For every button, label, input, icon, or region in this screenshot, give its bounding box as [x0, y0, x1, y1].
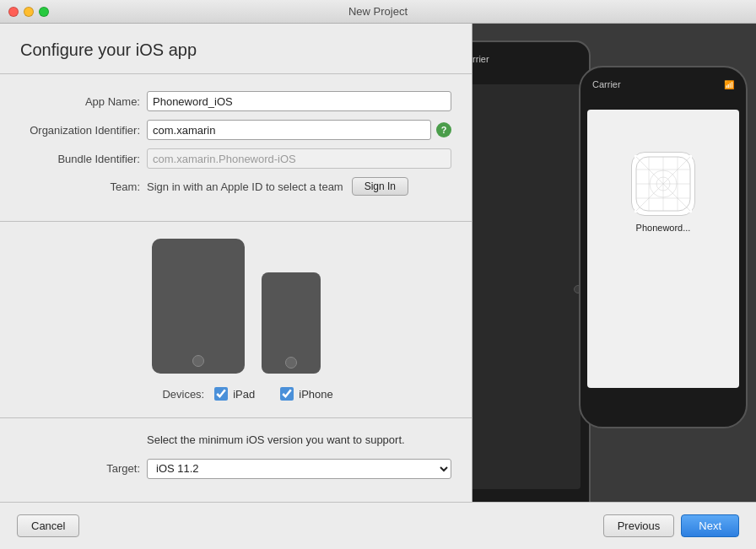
app-name-input[interactable]: [147, 91, 451, 111]
bundle-id-input: [147, 148, 451, 169]
app-label: Phoneword...: [636, 223, 691, 233]
device-previews: [152, 239, 321, 374]
next-button[interactable]: Next: [681, 514, 739, 537]
bottom-bar: Cancel Previous Next: [0, 502, 756, 549]
panel-title: Configure your iOS app: [20, 40, 451, 60]
devices-label: Devices:: [138, 388, 214, 401]
help-icon[interactable]: ?: [436, 122, 451, 137]
iphone-home-button: [285, 357, 297, 369]
org-id-label: Organization Identifier:: [20, 124, 147, 137]
iphone-screen: Phoneword...: [587, 110, 739, 388]
left-panel: Configure your iOS app App Name: Organiz…: [0, 24, 472, 502]
iphone-label: iPhone: [299, 388, 332, 401]
team-content: Sign in with an Apple ID to select a tea…: [147, 177, 408, 196]
devices-row: Devices: iPad iPhone: [138, 387, 333, 401]
form-area: App Name: Organization Identifier: ? Bun…: [0, 74, 472, 222]
org-id-input[interactable]: [147, 120, 431, 140]
bundle-id-label: Bundle Identifier:: [20, 153, 147, 165]
device-area: Devices: iPad iPhone: [0, 222, 472, 418]
window-controls: [8, 7, 49, 17]
ipad-carrier-label: Carrier: [472, 54, 489, 64]
app-name-label: App Name:: [20, 95, 147, 108]
wifi-icon: 📶: [724, 80, 734, 89]
app-name-row: App Name:: [20, 91, 451, 111]
minimize-button[interactable]: [24, 7, 34, 17]
app-icon-container: Phoneword...: [631, 152, 695, 233]
ipad-checkbox-row: iPad: [214, 387, 255, 401]
nav-buttons: Previous Next: [603, 514, 739, 537]
target-row: Target: iOS 11.2: [20, 459, 451, 479]
iphone-carrier-label: Carrier: [592, 79, 621, 89]
ipad-checkbox[interactable]: [214, 387, 228, 401]
target-description: Select the minimum iOS version you want …: [20, 432, 451, 449]
org-id-row: Organization Identifier: ?: [20, 120, 451, 140]
panel-header: Configure your iOS app: [0, 24, 472, 74]
app-icon-inner: [634, 155, 692, 213]
team-label: Team:: [20, 180, 147, 193]
cancel-button[interactable]: Cancel: [17, 514, 79, 537]
bg-ipad-device: Carrier: [472, 40, 591, 502]
iphone-status-bar: Carrier 📶: [592, 79, 734, 89]
iphone-preview: [262, 272, 321, 374]
window-title: New Project: [348, 5, 408, 18]
target-label: Target:: [20, 462, 147, 475]
target-select[interactable]: iOS 11.2: [147, 459, 451, 479]
device-checkboxes: iPad iPhone: [214, 387, 333, 401]
right-panel: Carrier Carrier 📶: [472, 24, 756, 502]
team-description: Sign in with an Apple ID to select a tea…: [147, 180, 343, 193]
iphone-checkbox-row: iPhone: [280, 387, 332, 401]
previous-button[interactable]: Previous: [603, 514, 675, 537]
team-row: Team: Sign in with an Apple ID to select…: [20, 177, 451, 196]
close-button[interactable]: [8, 7, 19, 17]
iphone-checkbox[interactable]: [280, 387, 294, 401]
maximize-button[interactable]: [39, 7, 49, 17]
titlebar: New Project: [0, 0, 756, 24]
bg-ipad-screen: [472, 84, 580, 489]
main-window: Configure your iOS app App Name: Organiz…: [0, 24, 756, 502]
ipad-label: iPad: [233, 388, 255, 401]
sign-in-button[interactable]: Sign In: [352, 177, 408, 196]
app-icon: [631, 152, 695, 216]
ipad-preview: [152, 239, 245, 374]
target-area: Select the minimum iOS version you want …: [0, 418, 472, 492]
fg-iphone-device: Carrier 📶: [579, 66, 748, 428]
bundle-id-row: Bundle Identifier:: [20, 148, 451, 169]
ipad-home-button: [192, 355, 204, 367]
